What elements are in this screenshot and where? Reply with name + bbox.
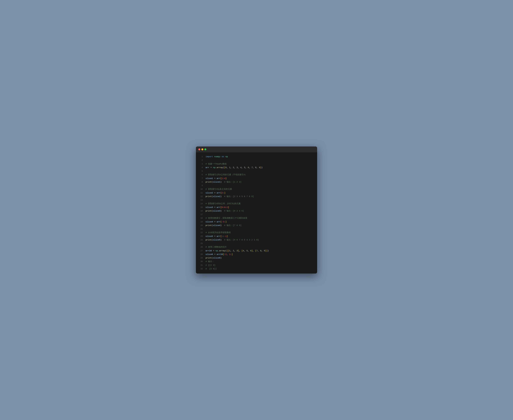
- line-number: 24: [199, 238, 203, 242]
- line-number: 4: [199, 166, 203, 169]
- code-line-12: 12 print(slice2) # 输出：[2 3 4 5 6 7 8 9]: [196, 195, 317, 198]
- line-number: 17: [199, 213, 203, 216]
- line-content: [206, 198, 314, 202]
- line-number: 28: [199, 253, 203, 256]
- code-line-17: 17: [196, 213, 317, 217]
- code-line-9: 9: [196, 184, 317, 188]
- line-number: 29: [199, 256, 203, 260]
- line-number: 11: [199, 191, 203, 195]
- line-content: # 获取索引0到8之间，步长为2的元素: [206, 202, 314, 206]
- line-content: # 输出：: [206, 260, 314, 263]
- code-line-3: 3 # 创建一个NumPy数组: [196, 162, 317, 166]
- code-window: 1 import numpy as np 2 3 # 创建一个NumPy数组 4…: [196, 146, 317, 274]
- code-line-10: 10 # 获取索引2以及之后的元素: [196, 188, 317, 191]
- code-line-25: 25: [196, 242, 317, 245]
- line-content: print(slice4) # 输出：[7 8 9]: [206, 224, 314, 227]
- code-line-11: 11 slice2 = arr[2:]: [196, 191, 317, 195]
- line-number: 8: [199, 180, 203, 184]
- line-number: 26: [199, 245, 203, 249]
- line-content: print(slice5) # 输出：[9 8 7 6 5 4 3 2 1 0]: [206, 238, 314, 242]
- line-number: 30: [199, 260, 203, 263]
- maximize-button[interactable]: [204, 148, 206, 150]
- line-content: slice4 = arr[-3:]: [206, 220, 314, 224]
- line-number: 27: [199, 249, 203, 253]
- code-line-14: 14 # 获取索引0到8之间，步长为2的元素: [196, 202, 317, 206]
- code-line-5: 5: [196, 170, 317, 173]
- line-content: [206, 227, 314, 231]
- title-bar: [196, 146, 317, 152]
- line-content: # [5 6]]: [206, 267, 314, 271]
- code-line-29: 29 print(slice6): [196, 256, 317, 260]
- code-line-30: 30 # 输出：: [196, 260, 317, 263]
- line-number: 21: [199, 227, 203, 231]
- code-line-23: 23 slice5 = arr[::-1]: [196, 235, 317, 238]
- code-line-19: 19 slice4 = arr[-3:]: [196, 220, 317, 224]
- code-line-16: 16 print(slice3) # 输出：[0 2 4 6]: [196, 209, 317, 213]
- line-number: 15: [199, 206, 203, 209]
- line-content: # 从末尾开始逆序获取数组: [206, 231, 314, 234]
- line-number: 2: [199, 159, 203, 162]
- line-content: # 使用负数索引，获取倒数第三个元素到末尾: [206, 217, 314, 220]
- line-number: 20: [199, 224, 203, 227]
- line-content: # 获取索引2以及之后的元素: [206, 188, 314, 191]
- line-content: slice3 = arr[0:8:2]: [206, 206, 314, 209]
- code-line-28: 28 slice6 = arr2d[:2, 1:]: [196, 253, 317, 256]
- line-number: 16: [199, 209, 203, 213]
- minimize-button[interactable]: [201, 148, 203, 150]
- code-line-20: 20 print(slice4) # 输出：[7 8 9]: [196, 224, 317, 227]
- line-content: print(slice2) # 输出：[2 3 4 5 6 7 8 9]: [206, 195, 314, 198]
- line-number: 1: [199, 155, 203, 158]
- code-line-27: 27 arr2d = np.array([[1, 2, 3], [4, 5, 6…: [196, 249, 317, 253]
- line-number: 10: [199, 188, 203, 191]
- line-content: [206, 213, 314, 217]
- line-number: 5: [199, 170, 203, 173]
- line-content: [206, 184, 314, 188]
- code-line-7: 7 slice1 = arr[1:4]: [196, 177, 317, 180]
- line-number: 14: [199, 202, 203, 205]
- line-content: import numpy as np: [206, 155, 314, 159]
- line-number: 9: [199, 184, 203, 188]
- code-line-21: 21: [196, 227, 317, 231]
- line-number: 13: [199, 198, 203, 202]
- line-number: 19: [199, 220, 203, 224]
- line-content: # 使用二维数组的切片: [206, 245, 314, 249]
- code-line-15: 15 slice3 = arr[0:8:2]: [196, 206, 317, 209]
- line-number: 12: [199, 195, 203, 198]
- line-content: slice1 = arr[1:4]: [206, 177, 314, 180]
- code-line-8: 8 print(slice1) # 输出：[1 2 3]: [196, 180, 317, 184]
- line-number: 7: [199, 177, 203, 180]
- code-line-22: 22 # 从末尾开始逆序获取数组: [196, 231, 317, 234]
- code-line-2: 2: [196, 159, 317, 162]
- line-content: arr = np.array([0, 1, 2, 3, 4, 5, 6, 7, …: [206, 166, 314, 170]
- line-number: 23: [199, 235, 203, 238]
- line-content: arr2d = np.array([[1, 2, 3], [4, 5, 6], …: [206, 249, 314, 253]
- code-line-24: 24 print(slice5) # 输出：[9 8 7 6 5 4 3 2 1…: [196, 238, 317, 242]
- close-button[interactable]: [198, 148, 200, 150]
- code-line-6: 6 # 获取索引1到4之间的元素（不包括索引4）: [196, 173, 317, 177]
- line-content: [206, 242, 314, 245]
- line-number: 22: [199, 231, 203, 234]
- line-number: 18: [199, 217, 203, 220]
- code-line-32: 32 # [5 6]]: [196, 267, 317, 271]
- line-number: 3: [199, 162, 203, 166]
- line-number: 32: [199, 267, 203, 271]
- code-editor: 1 import numpy as np 2 3 # 创建一个NumPy数组 4…: [196, 152, 317, 274]
- code-line-26: 26 # 使用二维数组的切片: [196, 245, 317, 249]
- line-number: 6: [199, 173, 203, 177]
- line-content: slice2 = arr[2:]: [206, 191, 314, 195]
- code-line-18: 18 # 使用负数索引，获取倒数第三个元素到末尾: [196, 217, 317, 220]
- line-content: print(slice6): [206, 256, 314, 260]
- line-content: # 创建一个NumPy数组: [206, 162, 314, 166]
- line-content: print(slice1) # 输出：[1 2 3]: [206, 180, 314, 184]
- line-content: [206, 159, 314, 162]
- line-content: slice6 = arr2d[:2, 1:]: [206, 253, 314, 256]
- code-line-4: 4 arr = np.array([0, 1, 2, 3, 4, 5, 6, 7…: [196, 166, 317, 170]
- line-number: 31: [199, 264, 203, 267]
- code-line-13: 13: [196, 198, 317, 202]
- code-line-1: 1 import numpy as np: [196, 155, 317, 159]
- line-content: # 获取索引1到4之间的元素（不包括索引4）: [206, 173, 314, 177]
- line-number: 25: [199, 242, 203, 245]
- line-content: # [[2 3]: [206, 264, 314, 267]
- line-content: slice5 = arr[::-1]: [206, 235, 314, 238]
- line-content: [206, 170, 314, 173]
